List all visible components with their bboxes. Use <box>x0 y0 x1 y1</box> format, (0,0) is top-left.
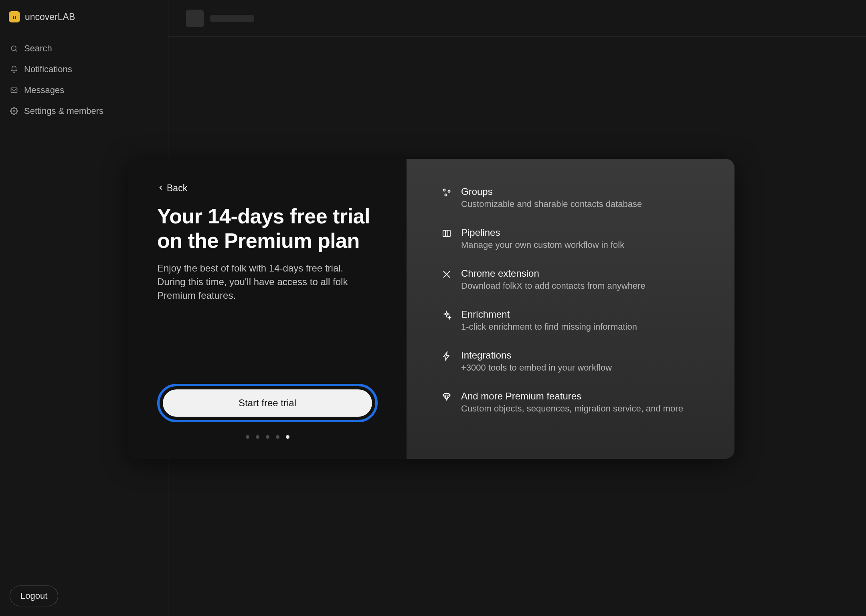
step-dot[interactable] <box>276 435 279 439</box>
feature-desc: Custom objects, sequences, migration ser… <box>461 403 683 414</box>
topbar <box>168 0 866 37</box>
step-dot[interactable] <box>286 435 289 439</box>
sidebar-item-messages[interactable]: Messages <box>4 80 164 100</box>
svg-point-4 <box>443 189 445 191</box>
sidebar-item-notifications[interactable]: Notifications <box>4 59 164 79</box>
modal-right-panel: GroupsCustomizable and sharable contacts… <box>407 159 734 459</box>
feature-title: Groups <box>461 186 642 197</box>
workspace-name: uncoverLAB <box>25 12 75 22</box>
mail-icon <box>10 86 18 95</box>
topbar-avatar-skeleton <box>186 10 204 27</box>
sparkle-icon <box>441 310 452 321</box>
feature-desc: Customizable and sharable contacts datab… <box>461 199 642 209</box>
topbar-text-skeleton <box>210 15 254 22</box>
workspace-switcher[interactable]: u uncoverLAB <box>0 6 168 32</box>
feature-text: PipelinesManage your own custom workflow… <box>461 227 624 250</box>
feature-text: And more Premium featuresCustom objects,… <box>461 391 683 414</box>
workspace-badge: u <box>9 11 20 22</box>
svg-line-1 <box>16 50 17 52</box>
gear-icon <box>10 107 18 116</box>
sidebar-top-divider <box>0 37 168 37</box>
feature-title: Integrations <box>461 350 612 361</box>
feature-text: Enrichment1-click enrichment to find mis… <box>461 309 637 332</box>
logout-wrap: Logout <box>0 576 168 616</box>
svg-rect-7 <box>443 230 450 237</box>
feature-item: PipelinesManage your own custom workflow… <box>441 227 704 250</box>
sidebar-item-search[interactable]: Search <box>4 38 164 59</box>
sidebar-item-label: Notifications <box>24 64 72 75</box>
feature-title: Chrome extension <box>461 268 645 279</box>
lightning-icon <box>441 351 452 362</box>
feature-item: Integrations+3000 tools to embed in your… <box>441 350 704 373</box>
sidebar-item-label: Settings & members <box>24 106 103 116</box>
feature-title: Pipelines <box>461 227 624 238</box>
feature-desc: Download folkX to add contacts from anyw… <box>461 281 645 291</box>
bell-icon <box>10 65 18 74</box>
sidebar-item-settings[interactable]: Settings & members <box>4 101 164 121</box>
svg-point-3 <box>13 110 15 112</box>
svg-point-5 <box>448 190 450 192</box>
start-free-trial-button[interactable]: Start free trial <box>163 389 372 417</box>
feature-item: GroupsCustomizable and sharable contacts… <box>441 186 704 209</box>
back-label: Back <box>167 183 187 194</box>
sidebar-nav: Search Notifications Messages Settings &… <box>0 32 168 128</box>
feature-title: Enrichment <box>461 309 637 320</box>
groups-icon <box>441 187 452 198</box>
feature-text: Chrome extensionDownload folkX to add co… <box>461 268 645 291</box>
sidebar-item-label: Search <box>24 43 52 54</box>
kanban-icon <box>441 228 452 239</box>
x-icon <box>441 269 452 280</box>
diamond-icon <box>441 391 452 403</box>
back-button[interactable]: Back <box>157 183 378 194</box>
feature-desc: Manage your own custom workflow in folk <box>461 240 624 250</box>
svg-point-6 <box>445 194 447 196</box>
search-icon <box>10 44 18 53</box>
step-dot[interactable] <box>266 435 269 439</box>
modal-left-panel: Back Your 14-days free trial on the Prem… <box>128 159 407 459</box>
onboarding-modal: Back Your 14-days free trial on the Prem… <box>128 159 734 459</box>
feature-item: Chrome extensionDownload folkX to add co… <box>441 268 704 291</box>
cta-focus-ring: Start free trial <box>157 384 378 422</box>
feature-desc: 1-click enrichment to find missing infor… <box>461 322 637 332</box>
logout-button[interactable]: Logout <box>10 586 58 606</box>
cta-wrap: Start free trial <box>157 384 378 439</box>
step-dots <box>157 435 378 439</box>
step-dot[interactable] <box>256 435 259 439</box>
step-dot[interactable] <box>246 435 249 439</box>
feature-title: And more Premium features <box>461 391 683 402</box>
svg-point-0 <box>11 46 16 51</box>
feature-text: GroupsCustomizable and sharable contacts… <box>461 186 642 209</box>
feature-item: And more Premium featuresCustom objects,… <box>441 391 704 414</box>
modal-title: Your 14-days free trial on the Premium p… <box>157 204 374 253</box>
feature-item: Enrichment1-click enrichment to find mis… <box>441 309 704 332</box>
feature-text: Integrations+3000 tools to embed in your… <box>461 350 612 373</box>
chevron-left-icon <box>157 183 164 194</box>
feature-desc: +3000 tools to embed in your workflow <box>461 363 612 373</box>
sidebar-item-label: Messages <box>24 85 64 95</box>
modal-subtitle: Enjoy the best of folk with 14-days free… <box>157 261 374 302</box>
